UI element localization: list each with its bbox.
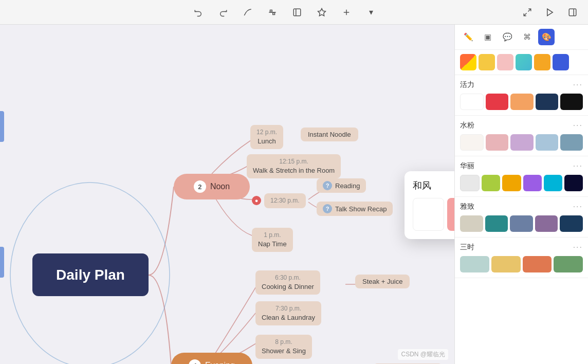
more-options-icon[interactable]: ▾ [364,5,378,20]
add-icon[interactable] [339,5,354,20]
node-evening[interactable]: 4 Evening [171,353,252,364]
svg-rect-1 [270,10,272,12]
theme-tool-icon[interactable]: 🎨 [538,29,555,45]
reading-q-badge: ? [323,181,332,190]
node-nap[interactable]: 1 p.m. Nap Time [252,228,293,252]
frame-icon[interactable] [290,5,304,20]
theme-vitality-name: 活力 [460,80,474,89]
elegant-color-4[interactable] [560,215,583,232]
svg-rect-11 [569,9,576,16]
swatch-yellow[interactable] [479,54,495,70]
svg-marker-5 [318,8,326,15]
gorgeous-color-3[interactable] [523,175,542,191]
theme-waterpink-colors [460,134,583,151]
right-panel: ✏️ ▣ 💬 ⌘ 🎨 活力 ··· [454,25,588,364]
swatch-pink-light[interactable] [497,54,513,70]
swatch-blue[interactable] [553,54,569,70]
left-tabs [0,111,4,278]
fullscreen-icon[interactable] [520,5,535,20]
node-daily-plan[interactable]: Daily Plan [32,253,149,296]
panel-toggle-icon[interactable] [565,5,580,20]
watermark: CSDN @耀临光 [398,349,448,360]
redo-icon[interactable] [216,5,230,20]
vitality-color-2[interactable] [510,94,533,110]
swatch-diagonal[interactable] [460,54,476,70]
node-walk[interactable]: 12:15 p.m. Walk & Stretch in the Room [247,154,341,178]
gorgeous-color-4[interactable] [544,175,562,191]
left-tab-bottom[interactable] [0,247,4,278]
theme-sanshi-more[interactable]: ··· [573,243,583,252]
theme-sanshi-name: 三时 [460,243,474,252]
swatch-teal[interactable] [516,54,532,70]
node-reading[interactable]: ? Reading [317,178,366,193]
theme-gorgeous-colors [460,175,583,191]
popup-color-white[interactable] [413,198,444,231]
curve-icon[interactable] [241,5,255,20]
waterpink-color-2[interactable] [510,134,533,151]
sanshi-color-3[interactable] [554,256,583,272]
node-noon[interactable]: 2 Noon [174,174,250,199]
shape-tool-icon[interactable]: ▣ [480,29,496,45]
sticky-tool-icon[interactable]: 💬 [499,29,516,45]
node-cooking[interactable]: 6:30 p.m. Cooking & Dinner [255,270,320,295]
undo-icon[interactable] [191,5,206,20]
toolbar: ▾ [0,0,588,25]
waterpink-color-3[interactable] [536,134,558,151]
svg-marker-10 [547,9,553,16]
evening-num: 4 [189,359,201,364]
theme-elegant-name: 雅致 [460,202,474,211]
pen-tool-icon[interactable]: ✏️ [460,29,476,45]
theme-gorgeous: 华丽 ··· [455,156,588,197]
vitality-color-1[interactable] [486,94,508,110]
star-icon[interactable] [315,5,329,20]
vitality-color-0[interactable] [460,94,484,110]
theme-elegant-colors [460,215,583,232]
gorgeous-color-1[interactable] [482,175,500,191]
gorgeous-color-2[interactable] [502,175,521,191]
node-steak[interactable]: Steak + Juice [355,275,410,288]
gorgeous-color-5[interactable] [564,175,583,191]
node-laundry[interactable]: 7:30 p.m. Clean & Laundray [255,301,321,325]
sanshi-color-0[interactable] [460,256,489,272]
node-1230[interactable]: ● 12:30 p.m. [252,193,306,208]
theme-elegant-more[interactable]: ··· [573,202,583,211]
waterpink-color-4[interactable] [560,134,583,151]
theme-gorgeous-more[interactable]: ··· [573,161,583,171]
node-instant-noodle[interactable]: Instant Noodle [301,128,358,141]
vitality-color-4[interactable] [560,94,583,110]
elegant-color-1[interactable] [485,215,508,232]
vitality-color-3[interactable] [536,94,558,110]
gorgeous-color-0[interactable] [460,175,480,191]
node-talk-show[interactable]: ? Talk Show Recap [317,202,393,216]
main-area: Daily Plan 2 Noon 4 Evening 12 p.m. Lunc… [0,25,588,364]
swatches-row [455,50,588,75]
play-icon[interactable] [543,5,557,20]
theme-popup: 和风 [405,171,454,239]
theme-vitality-colors [460,94,583,110]
sanshi-color-1[interactable] [491,256,521,272]
left-tab-top[interactable] [0,111,4,142]
canvas[interactable]: Daily Plan 2 Noon 4 Evening 12 p.m. Lunc… [0,25,454,364]
node-lunch[interactable]: 12 p.m. Lunch [250,125,283,149]
svg-line-8 [528,9,531,11]
sanshi-color-2[interactable] [523,256,552,272]
align-icon[interactable] [265,5,280,20]
elegant-color-0[interactable] [460,215,483,232]
theme-waterpink-more[interactable]: ··· [573,121,583,130]
theme-vitality-more[interactable]: ··· [573,80,583,89]
noon-num: 2 [194,180,206,193]
waterpink-color-0[interactable] [460,134,484,151]
svg-line-9 [524,13,526,15]
theme-gorgeous-name: 华丽 [460,161,474,171]
waterpink-color-1[interactable] [486,134,508,151]
popup-color-pink[interactable] [447,198,454,231]
theme-water-pink: 水粉 ··· [455,116,588,156]
popup-colors [413,198,454,231]
evening-label: Evening [205,361,235,364]
shortcut-tool-icon[interactable]: ⌘ [519,29,535,45]
elegant-color-2[interactable] [510,215,533,232]
elegant-color-3[interactable] [535,215,558,232]
node-shower[interactable]: 8 p.m. Shower & Sing [255,335,312,359]
swatch-orange[interactable] [534,54,550,70]
red-badge: ● [252,196,261,205]
